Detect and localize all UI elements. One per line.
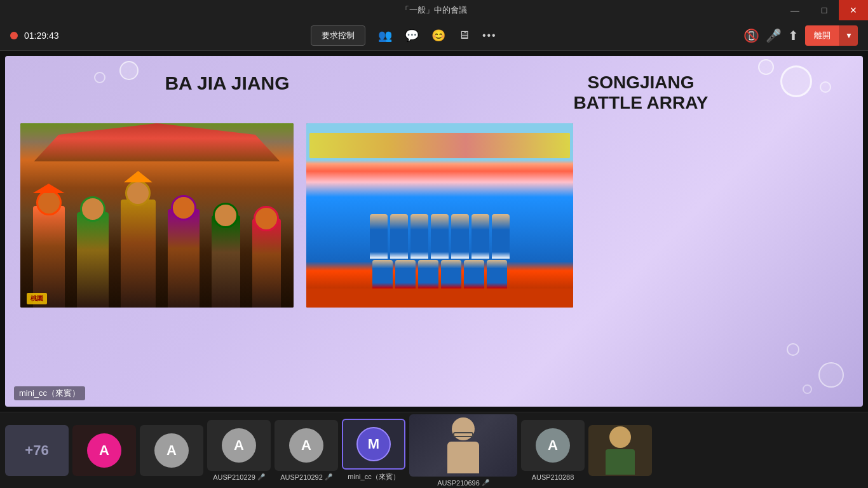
chat-icon[interactable]: 💬 [405, 29, 419, 43]
bubble-1 [780, 65, 812, 97]
mic-off-icon[interactable]: 🎤 [766, 28, 782, 43]
participant-face[interactable] [588, 425, 652, 476]
participants-icon[interactable]: 👥 [378, 29, 392, 43]
participant-ausp210292[interactable]: A AUSP210292 🎤 [275, 420, 338, 481]
end-call-dropdown[interactable]: ▼ [839, 25, 858, 46]
close-button[interactable]: ✕ [839, 0, 868, 20]
slide-images: 桃園 [20, 123, 848, 396]
participant-name-ausp210229: AUSP210229 🎤 [213, 473, 265, 481]
mic-icon-ausp210696: 🎤 [482, 479, 489, 486]
request-control-button[interactable]: 要求控制 [311, 25, 365, 46]
slide-title-right: SONGJIANG BATTLE ARRAY [455, 72, 827, 113]
participant-ausp210229[interactable]: A AUSP210229 🎤 [207, 420, 271, 481]
slide-container: BA JIA JIANG SONGJIANG BATTLE ARRAY [0, 51, 868, 412]
bubble-6 [818, 362, 844, 388]
participant-mini-cc[interactable]: M mini_cc（來賓） [342, 419, 405, 482]
bubble-7 [787, 343, 799, 356]
record-indicator [10, 32, 18, 39]
songjiang-image [306, 123, 573, 308]
participant-name-ausp210288: AUSP210288 [532, 473, 574, 481]
more-count-label: +76 [25, 442, 48, 459]
speaker-label: mini_cc（來賓） [14, 386, 85, 400]
call-timer: 01:29:43 [24, 30, 59, 41]
mic-icon-ausp210229: 🎤 [257, 473, 265, 480]
participant-ausp210288[interactable]: A AUSP210288 [521, 420, 585, 481]
bubble-3 [820, 81, 831, 93]
participant-ausp210696[interactable]: AUSP210696 🎤 [409, 414, 517, 487]
camera-off-icon[interactable]: 📵 [743, 28, 759, 43]
maximize-button[interactable]: □ [810, 0, 839, 20]
main-content: BA JIA JIANG SONGJIANG BATTLE ARRAY [0, 51, 868, 412]
toolbar: 01:29:43 要求控制 👥 💬 😊 🖥 ••• 📵 🎤 ⬆ 離開 ▼ [0, 20, 868, 51]
ba-jia-jiang-image: 桃園 [20, 123, 294, 308]
presentation-slide: BA JIA JIANG SONGJIANG BATTLE ARRAY [5, 56, 863, 407]
bubble-5 [94, 72, 105, 83]
screen-share-icon[interactable]: 🖥 [458, 29, 470, 42]
participants-bar: +76 A A A AUSP210229 🎤 A AUSP210292 🎤 [0, 412, 868, 488]
participant-more[interactable]: +76 [5, 425, 69, 476]
bubble-2 [758, 59, 774, 75]
title-bar: 「一般」中的會議 — □ ✕ [0, 0, 868, 20]
mic-icon-ausp210292: 🎤 [325, 473, 332, 480]
window-title: 「一般」中的會議 [401, 4, 467, 16]
window-controls: — □ ✕ [780, 0, 868, 20]
bubble-4 [119, 61, 139, 80]
participant-1[interactable]: A [72, 425, 136, 476]
reactions-icon[interactable]: 😊 [431, 29, 445, 43]
more-options-icon[interactable]: ••• [482, 30, 497, 41]
participant-name-ausp210292: AUSP210292 🎤 [280, 473, 332, 481]
bubble-8 [803, 384, 812, 394]
slide-titles: BA JIA JIANG SONGJIANG BATTLE ARRAY [20, 66, 848, 123]
end-call-button[interactable]: 離開 [805, 25, 839, 46]
participant-name-mini-cc: mini_cc（來賓） [348, 472, 399, 482]
share-icon[interactable]: ⬆ [788, 28, 799, 43]
minimize-button[interactable]: — [780, 0, 810, 20]
participant-2[interactable]: A [140, 425, 203, 476]
participant-name-ausp210696: AUSP210696 🎤 [437, 479, 489, 487]
